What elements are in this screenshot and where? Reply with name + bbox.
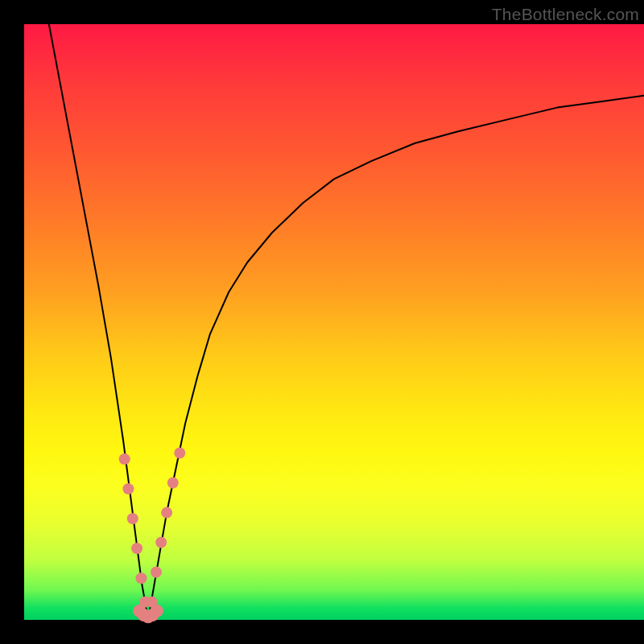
marker-dot [127, 513, 138, 524]
bottleneck-curve-right [148, 96, 644, 620]
marker-dot [131, 543, 142, 554]
watermark-text: TheBottleneck.com [492, 5, 639, 24]
bottleneck-curve-left [49, 24, 148, 620]
plot-area [24, 24, 644, 620]
marker-dot [151, 567, 162, 578]
chart-frame: TheBottleneck.com [0, 0, 644, 644]
marker-dot [122, 483, 134, 494]
curve-layer [24, 24, 644, 620]
marker-dot [167, 477, 179, 489]
marker-dot [151, 605, 163, 617]
marker-dot [155, 537, 167, 548]
marker-dot [136, 572, 147, 584]
marker-dot [161, 507, 172, 518]
marker-dot [119, 453, 130, 464]
marker-dot [174, 448, 185, 459]
